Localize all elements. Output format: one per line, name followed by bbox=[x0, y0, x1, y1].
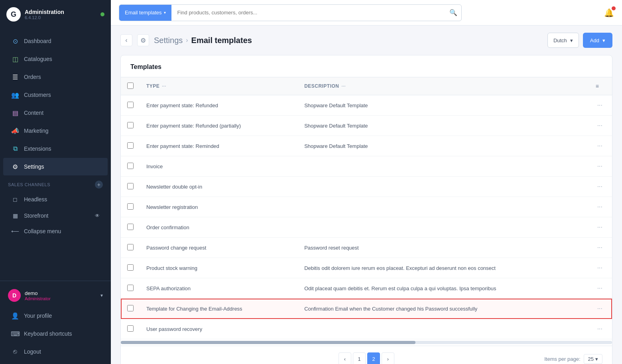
type-sort-icon[interactable]: ··· bbox=[162, 84, 166, 89]
row-description: Debitis odit dolorem iure rerum eos plac… bbox=[298, 258, 588, 278]
row-more-button[interactable]: ··· bbox=[594, 100, 606, 110]
row-more-button[interactable]: ··· bbox=[594, 324, 606, 334]
row-type: Enter payment state: Refunded bbox=[140, 95, 298, 116]
profile-icon: 👤 bbox=[11, 312, 19, 320]
row-more-button[interactable]: ··· bbox=[594, 303, 606, 314]
row-more-button[interactable]: ··· bbox=[594, 283, 606, 293]
sidebar-item-dashboard[interactable]: ⊙ Dashboard bbox=[3, 32, 108, 50]
table-row[interactable]: Order confirmation··· bbox=[121, 217, 612, 238]
search-button[interactable]: 🔍 bbox=[445, 5, 461, 21]
row-checkbox[interactable] bbox=[127, 203, 134, 210]
sidebar-item-label: Your profile bbox=[24, 313, 52, 319]
row-actions-cell: ··· bbox=[588, 156, 612, 177]
prev-page-button[interactable]: ‹ bbox=[339, 352, 351, 364]
table-row[interactable]: Password change requestPassword reset re… bbox=[121, 238, 612, 258]
table-row[interactable]: SEPA authorizationOdit placeat quam debi… bbox=[121, 278, 612, 299]
row-more-button[interactable]: ··· bbox=[594, 202, 606, 212]
row-checkbox[interactable] bbox=[127, 224, 134, 230]
row-more-button[interactable]: ··· bbox=[594, 242, 606, 253]
sidebar-item-profile[interactable]: 👤 Your profile bbox=[3, 307, 108, 325]
sidebar-item-label: Logout bbox=[24, 348, 41, 355]
table-row[interactable]: Invoice··· bbox=[121, 156, 612, 177]
settings-cog-icon: ⚙ bbox=[140, 37, 146, 44]
next-page-button[interactable]: › bbox=[382, 352, 394, 364]
row-checkbox[interactable] bbox=[127, 122, 134, 128]
sidebar-item-label: Storefront bbox=[24, 212, 48, 219]
sidebar: G Administration 6.4.12.0 ⊙ Dashboard ◫ … bbox=[0, 0, 111, 364]
search-category-button[interactable]: Email templates ▾ bbox=[119, 5, 171, 21]
sidebar-item-orders[interactable]: ☰ Orders bbox=[3, 68, 108, 86]
row-actions-cell: ··· bbox=[588, 299, 612, 319]
sidebar-item-catalogues[interactable]: ◫ Catalogues bbox=[3, 50, 108, 68]
breadcrumb-parent[interactable]: Settings bbox=[154, 36, 183, 45]
sidebar-brand: Administration 6.4.12.0 bbox=[25, 9, 64, 20]
sidebar-item-extensions[interactable]: ⧉ Extensions bbox=[3, 140, 108, 157]
back-button[interactable]: ‹ bbox=[120, 34, 132, 46]
table-row[interactable]: Newsletter registration··· bbox=[121, 197, 612, 217]
row-checkbox[interactable] bbox=[127, 183, 134, 189]
row-checkbox-cell bbox=[121, 156, 140, 177]
table-row[interactable]: Newsletter double opt-in··· bbox=[121, 177, 612, 197]
sidebar-header: G Administration 6.4.12.0 bbox=[0, 0, 111, 29]
row-description: Shopware Default Template bbox=[298, 136, 588, 156]
content-icon: ▤ bbox=[11, 109, 19, 117]
items-per-page-selector[interactable]: 25 ▾ bbox=[584, 354, 602, 364]
row-checkbox[interactable] bbox=[127, 264, 134, 271]
table-row[interactable]: Template for Changing the Email-AddressC… bbox=[121, 299, 612, 319]
row-checkbox[interactable] bbox=[127, 142, 134, 149]
table-row[interactable]: Enter payment state: Refunded (partially… bbox=[121, 116, 612, 136]
sidebar-item-marketing[interactable]: 📣 Marketing bbox=[3, 122, 108, 140]
collapse-menu-item[interactable]: ⟵ Collapse menu bbox=[3, 224, 108, 238]
row-description: Shopware Default Template bbox=[298, 95, 588, 116]
row-more-button[interactable]: ··· bbox=[594, 161, 606, 171]
items-per-page-area: Items per page: 25 ▾ bbox=[544, 354, 602, 364]
row-more-button[interactable]: ··· bbox=[594, 141, 606, 151]
sales-channels-section: Sales Channels + bbox=[0, 176, 111, 191]
row-type: SEPA authorization bbox=[140, 278, 298, 299]
scrollbar-thumb bbox=[121, 341, 415, 344]
sidebar-item-storefront[interactable]: ▦ Storefront 👁 bbox=[3, 208, 108, 224]
table-row[interactable]: Product stock warningDebitis odit dolore… bbox=[121, 258, 612, 278]
row-checkbox[interactable] bbox=[127, 102, 134, 108]
sidebar-item-logout[interactable]: ⎋ Logout bbox=[3, 343, 108, 360]
sidebar-item-keyboard-shortcuts[interactable]: ⌨ Keyboard shortcuts bbox=[3, 325, 108, 342]
select-all-cell bbox=[121, 77, 140, 95]
row-type: Password change request bbox=[140, 238, 298, 258]
page-2-button[interactable]: 2 bbox=[367, 352, 380, 364]
row-more-button[interactable]: ··· bbox=[594, 181, 606, 192]
horizontal-scrollbar[interactable] bbox=[121, 341, 612, 344]
add-sales-channel-button[interactable]: + bbox=[95, 181, 103, 189]
row-checkbox[interactable] bbox=[127, 325, 134, 332]
row-checkbox[interactable] bbox=[127, 163, 134, 169]
language-selector[interactable]: Dutch ▾ bbox=[547, 33, 579, 48]
description-sort-icon[interactable]: ··· bbox=[341, 84, 346, 89]
table-row[interactable]: Enter payment state: RemindedShopware De… bbox=[121, 136, 612, 156]
per-page-chevron-icon: ▾ bbox=[595, 356, 598, 362]
add-chevron-icon: ▾ bbox=[602, 37, 605, 43]
row-checkbox[interactable] bbox=[127, 285, 134, 291]
row-checkbox[interactable] bbox=[127, 305, 134, 311]
user-profile-item[interactable]: D demo Administrator ▾ bbox=[0, 284, 111, 307]
column-options-button[interactable]: ≡ bbox=[594, 81, 600, 91]
sidebar-item-headless[interactable]: ◻ Headless bbox=[3, 191, 108, 207]
row-actions-cell: ··· bbox=[588, 177, 612, 197]
sidebar-item-label: Keyboard shortcuts bbox=[24, 331, 72, 337]
row-more-button[interactable]: ··· bbox=[594, 120, 606, 131]
notifications-button[interactable]: 🔔 bbox=[604, 8, 614, 18]
add-button[interactable]: Add ▾ bbox=[583, 33, 612, 48]
row-checkbox[interactable] bbox=[127, 244, 134, 250]
sidebar-item-customers[interactable]: 👥 Customers bbox=[3, 86, 108, 104]
table-row[interactable]: User password recovery··· bbox=[121, 319, 612, 339]
row-more-button[interactable]: ··· bbox=[594, 263, 606, 273]
select-all-checkbox[interactable] bbox=[127, 83, 134, 89]
page-settings-button[interactable]: ⚙ bbox=[137, 34, 149, 46]
page-1-button[interactable]: 1 bbox=[353, 352, 366, 364]
sidebar-item-content[interactable]: ▤ Content bbox=[3, 104, 108, 122]
row-more-button[interactable]: ··· bbox=[594, 222, 606, 232]
search-input[interactable] bbox=[171, 5, 445, 21]
sidebar-item-label: Customers bbox=[24, 92, 51, 98]
table-row[interactable]: Enter payment state: RefundedShopware De… bbox=[121, 95, 612, 116]
row-actions-cell: ··· bbox=[588, 238, 612, 258]
language-label: Dutch bbox=[553, 37, 567, 43]
sidebar-item-settings[interactable]: ⚙ Settings bbox=[3, 158, 108, 175]
